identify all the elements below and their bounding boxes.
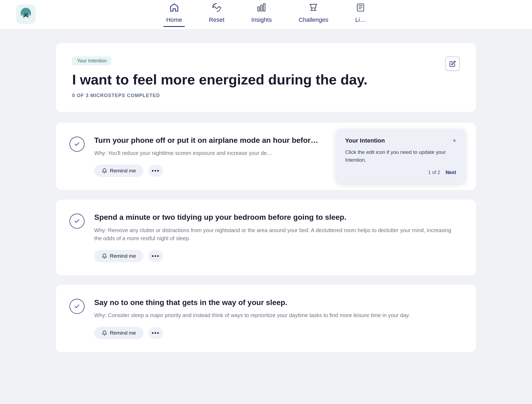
microstep-why-1: Why: You'll reduce your nighttime screen…: [94, 149, 318, 157]
svg-rect-3: [264, 3, 265, 11]
microstep-why-3: Why: Consider sleep a major priority and…: [94, 311, 410, 319]
intention-badge: Your Intention: [72, 56, 111, 65]
microstep-text-3: Say no to one thing that gets in the way…: [94, 298, 410, 339]
intention-tooltip: Your Intention × Click the edit icon if …: [336, 129, 465, 183]
remind-button-3[interactable]: Remind me: [94, 327, 144, 339]
remind-label-3: Remind me: [110, 330, 136, 336]
library-icon: [356, 3, 365, 14]
nav-item-insights[interactable]: Insights: [249, 3, 275, 27]
remind-button-1[interactable]: Remind me: [94, 165, 144, 177]
nav-item-home[interactable]: Home: [163, 3, 185, 27]
intention-title: I want to feel more energized during the…: [72, 72, 395, 88]
svg-rect-1: [258, 7, 260, 11]
tooltip-pager: 1 of 2: [428, 170, 440, 175]
nav-home-label: Home: [166, 16, 182, 23]
nav-item-challenges[interactable]: Challenges: [296, 3, 331, 27]
tooltip-title: Your Intention: [345, 137, 385, 144]
nav-library-label: Li…: [355, 16, 366, 23]
more-button-2[interactable]: •••: [148, 250, 163, 262]
nav-insights-label: Insights: [251, 16, 272, 23]
microstep-title-2: Spend a minute or two tidying up your be…: [94, 212, 460, 222]
tooltip-next-button[interactable]: Next: [446, 170, 456, 175]
remind-label-1: Remind me: [110, 168, 136, 174]
nav-item-library[interactable]: Li…: [352, 3, 368, 27]
app-logo[interactable]: [16, 5, 36, 25]
edit-intention-button[interactable]: [445, 56, 460, 71]
remind-label-2: Remind me: [110, 253, 136, 259]
intention-card: Your Intention I want to feel more energ…: [56, 43, 476, 112]
bell-icon-2: [102, 253, 107, 259]
microstep-check-1[interactable]: [69, 137, 85, 152]
bell-icon-3: [102, 330, 107, 336]
svg-rect-2: [261, 5, 262, 11]
microstep-why-2: Why: Remove any clutter or distractions …: [94, 226, 460, 242]
microstep-content-2: Spend a minute or two tidying up your be…: [69, 212, 460, 262]
challenges-icon: [309, 3, 318, 14]
nav-item-reset[interactable]: Reset: [206, 3, 227, 27]
microstep-actions-3: Remind me •••: [94, 327, 410, 339]
nav-challenges-label: Challenges: [299, 16, 328, 23]
microstep-card-2: Spend a minute or two tidying up your be…: [56, 200, 476, 275]
nav-items: Home Reset Insights: [16, 3, 516, 27]
svg-rect-4: [357, 4, 364, 11]
more-button-3[interactable]: •••: [148, 327, 163, 339]
tooltip-body: Click the edit icon if you need to updat…: [345, 148, 456, 164]
microstep-card-3: Say no to one thing that gets in the way…: [56, 285, 476, 352]
more-button-1[interactable]: •••: [148, 165, 163, 177]
bell-icon-1: [102, 168, 107, 173]
microstep-check-2[interactable]: [69, 214, 85, 229]
microstep-text-2: Spend a minute or two tidying up your be…: [94, 212, 460, 262]
tooltip-close-button[interactable]: ×: [453, 137, 456, 144]
microsteps-completed: 0 OF 3 MICROSTEPS COMPLETED: [72, 93, 460, 98]
insights-icon: [257, 3, 266, 14]
microstep-title-1: Turn your phone off or put it on airplan…: [94, 136, 318, 145]
remind-button-2[interactable]: Remind me: [94, 250, 144, 262]
microstep-text-1: Turn your phone off or put it on airplan…: [94, 136, 318, 177]
home-icon: [169, 3, 179, 14]
tooltip-header: Your Intention ×: [345, 137, 456, 144]
nav-reset-label: Reset: [209, 16, 224, 23]
microstep-check-3[interactable]: [69, 299, 85, 314]
main-content: Your Intention I want to feel more energ…: [45, 30, 487, 375]
microstep-title-3: Say no to one thing that gets in the way…: [94, 298, 410, 307]
microstep-content-3: Say no to one thing that gets in the way…: [69, 298, 460, 339]
reset-icon: [212, 3, 222, 14]
tooltip-footer: 1 of 2 Next: [345, 170, 456, 175]
microstep-actions-2: Remind me •••: [94, 250, 460, 262]
navigation: Home Reset Insights: [0, 0, 532, 30]
microstep-actions-1: Remind me •••: [94, 165, 318, 177]
